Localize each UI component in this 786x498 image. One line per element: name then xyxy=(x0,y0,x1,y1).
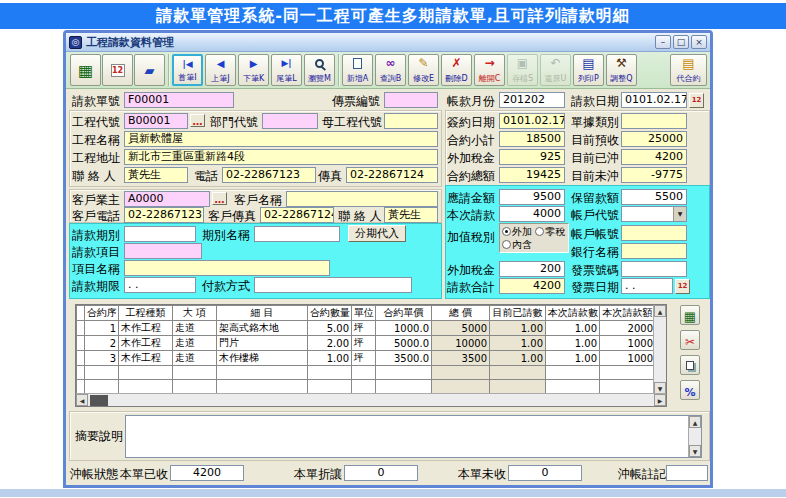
scroll-up-icon[interactable]: ▲ xyxy=(654,305,666,317)
close-button[interactable]: × xyxy=(691,35,707,49)
grid-vertical-scrollbar[interactable]: ▲ ▼ xyxy=(653,305,666,394)
contract-subtotal-field[interactable]: 18500 xyxy=(499,131,565,147)
save-button[interactable]: 存檔S xyxy=(507,54,538,86)
bank-name-field[interactable] xyxy=(621,243,687,259)
period-no-field[interactable] xyxy=(124,226,196,242)
dept-code-field[interactable] xyxy=(262,113,318,129)
account-code-dropdown[interactable]: ▼ xyxy=(621,206,687,222)
customer-phone-field[interactable]: 02-22867123 xyxy=(124,207,204,223)
adjust-button[interactable]: 調整Q xyxy=(606,54,637,86)
calendar-button[interactable]: 12 xyxy=(102,54,133,86)
customer-lookup-button[interactable]: … xyxy=(212,192,227,205)
request-date-calendar-button[interactable]: 12 xyxy=(689,93,704,108)
scrollbar-thumb[interactable] xyxy=(90,395,108,406)
vat-radio-addon[interactable]: 外加 xyxy=(502,226,532,237)
col-unit-price[interactable]: 合約單價 xyxy=(376,306,432,321)
delete-button[interactable]: 刪除D xyxy=(441,54,472,86)
installment-button[interactable]: 分期代入 xyxy=(348,225,406,242)
calculator-button[interactable] xyxy=(70,54,101,86)
vat-radio-included[interactable]: 內含 xyxy=(502,239,532,250)
col-current-qty[interactable]: 本次請款數 xyxy=(546,306,600,321)
voucher-no-field[interactable] xyxy=(384,92,438,108)
query-button[interactable]: 查詢B xyxy=(375,54,406,86)
scroll-down-icon[interactable]: ▼ xyxy=(689,445,701,457)
maximize-button[interactable]: □ xyxy=(673,35,689,49)
print-button[interactable]: 列印P xyxy=(573,54,604,86)
retention-field[interactable]: 5500 xyxy=(621,189,687,205)
tax-addon2-field[interactable]: 200 xyxy=(499,261,565,277)
project-address-field[interactable]: 新北市三重區重新路4段 xyxy=(124,149,438,165)
browse-button[interactable]: 瀏覽M xyxy=(304,54,335,86)
last-record-button[interactable]: 尾筆L xyxy=(271,54,302,86)
invoice-date-field[interactable]: . . xyxy=(621,278,673,294)
grid-cut-button[interactable] xyxy=(680,330,700,350)
scroll-left-icon[interactable]: ◀ xyxy=(76,394,88,406)
dropdown-arrow-icon[interactable]: ▼ xyxy=(673,207,686,221)
book-button[interactable] xyxy=(134,54,165,86)
invoice-date-calendar-button[interactable]: 12 xyxy=(675,279,690,294)
period-name-field[interactable] xyxy=(254,226,340,242)
undo-button[interactable]: 還原U xyxy=(540,54,571,86)
billable-field[interactable]: 9500 xyxy=(499,189,565,205)
project-lookup-button[interactable]: … xyxy=(190,114,205,127)
contract-total-field[interactable]: 19425 xyxy=(499,167,565,183)
deadline-field[interactable]: . . xyxy=(124,277,196,293)
sign-date-field[interactable]: 0101.02.17 xyxy=(499,113,565,129)
summary-textarea[interactable]: ▲ ▼ xyxy=(125,415,702,458)
prepaid-field[interactable]: 25000 xyxy=(621,131,687,147)
minimize-button[interactable]: – xyxy=(655,35,671,49)
modify-button[interactable]: 修改E xyxy=(408,54,439,86)
payment-method-field[interactable] xyxy=(254,277,412,293)
customer-name-field[interactable] xyxy=(286,191,438,207)
contract-button[interactable]: 代合約 xyxy=(670,54,707,86)
col-detail-item[interactable]: 細 目 xyxy=(217,306,308,321)
customer-code-field[interactable]: A0000 xyxy=(124,191,210,207)
allowance-field[interactable]: 0 xyxy=(344,465,418,481)
doc-type-field[interactable] xyxy=(621,113,687,129)
contact-field[interactable]: 黃先生 xyxy=(124,167,188,183)
grid-empty-row[interactable] xyxy=(77,380,656,394)
written-off-field[interactable]: 4200 xyxy=(621,149,687,165)
account-month-field[interactable]: 201202 xyxy=(499,92,565,108)
scroll-right-icon[interactable]: ▶ xyxy=(654,394,666,406)
unpaid-field[interactable]: 0 xyxy=(508,465,582,481)
first-record-button[interactable]: 首筆I xyxy=(172,54,203,86)
exit-button[interactable]: 離開C xyxy=(474,54,505,86)
scroll-up-icon[interactable]: ▲ xyxy=(689,416,701,428)
grid-row[interactable]: 3 木作工程 走道 木作樓梯 1.00 坪 3500.0 3500 1.00 1… xyxy=(77,351,656,366)
project-code-field[interactable]: B00001 xyxy=(124,113,188,129)
previous-record-button[interactable]: 上筆J xyxy=(205,54,236,86)
grid-empty-row[interactable] xyxy=(77,366,656,380)
grid-percent-button[interactable] xyxy=(680,380,700,400)
invoice-no-field[interactable]: F00001 xyxy=(124,92,234,108)
received-field[interactable]: 4200 xyxy=(170,465,244,481)
account-number-field[interactable] xyxy=(621,225,687,241)
invoice-number-field[interactable] xyxy=(621,261,687,277)
summary-scrollbar[interactable]: ▲ ▼ xyxy=(688,416,701,457)
billing-item-field[interactable] xyxy=(124,243,202,259)
grid-horizontal-scrollbar[interactable]: ◀ ▶ xyxy=(76,393,666,406)
project-name-field[interactable]: 員新軟體屋 xyxy=(124,131,438,147)
col-unit[interactable]: 單位 xyxy=(352,306,376,321)
col-contract-seq[interactable]: 合約序 xyxy=(85,306,119,321)
customer-fax-field[interactable]: 02-22867124 xyxy=(260,207,334,223)
col-current-amount[interactable]: 本次請款額 xyxy=(600,306,656,321)
parent-project-field[interactable] xyxy=(384,113,438,129)
grid-copy-button[interactable] xyxy=(680,355,700,375)
grid-row[interactable]: 2 木作工程 走道 門片 2.00 坪 5000.0 10000 1.00 1.… xyxy=(77,336,656,351)
billing-total-field[interactable]: 4200 xyxy=(499,278,565,294)
tax-addon-field[interactable]: 925 xyxy=(499,149,565,165)
contact2-field[interactable]: 黃先生 xyxy=(384,207,438,223)
fax-field[interactable]: 02-22867124 xyxy=(346,167,438,183)
current-billing-field[interactable]: 4000 xyxy=(499,206,565,222)
add-button[interactable]: 新增A xyxy=(342,54,373,86)
vat-radio-zero[interactable]: 零稅 xyxy=(535,226,565,237)
item-name-field[interactable] xyxy=(124,260,330,276)
not-written-off-field[interactable]: -9775 xyxy=(621,167,687,183)
col-major-item[interactable]: 大 項 xyxy=(173,306,217,321)
col-total-price[interactable]: 總 價 xyxy=(432,306,490,321)
col-contract-qty[interactable]: 合約數量 xyxy=(308,306,352,321)
writeoff-note-field[interactable] xyxy=(666,465,708,481)
next-record-button[interactable]: 下筆K xyxy=(238,54,269,86)
col-work-type[interactable]: 工程種類 xyxy=(119,306,173,321)
